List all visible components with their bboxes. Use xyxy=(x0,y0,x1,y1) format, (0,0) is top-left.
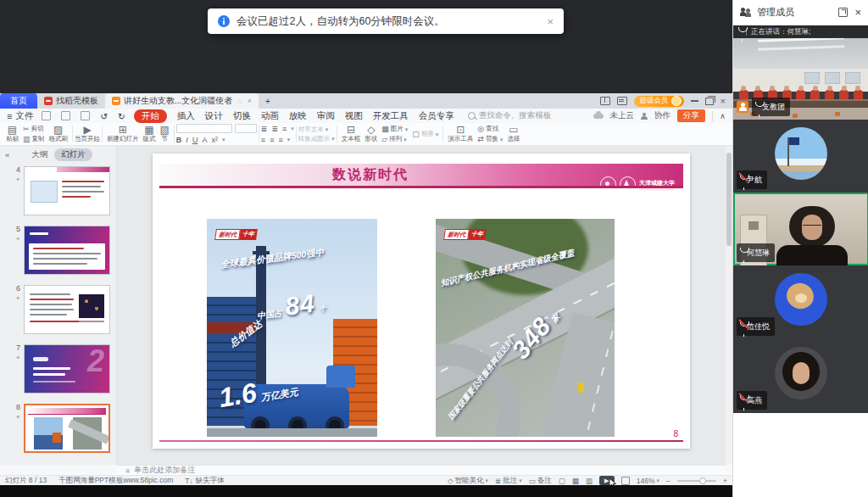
copy-button[interactable]: ▥复制 xyxy=(23,136,45,143)
replace-button[interactable]: ⇄替换▾ xyxy=(477,136,503,143)
menu-start[interactable]: 开始 xyxy=(134,109,167,123)
deco-digit: 2 xyxy=(87,344,104,379)
redo-icon[interactable]: ↻ xyxy=(118,111,125,121)
bullet-list-icon[interactable]: ≣ xyxy=(261,125,268,133)
save-icon[interactable] xyxy=(42,111,51,120)
notes-bar[interactable]: ≡ 单击此处添加备注 xyxy=(117,465,726,475)
menu-view[interactable]: 视图 xyxy=(345,110,363,122)
to-diagram-button[interactable]: 转换成图示▾ xyxy=(298,136,335,142)
zoom-out-button[interactable]: − xyxy=(666,477,670,485)
undo-icon[interactable]: ↺ xyxy=(100,111,108,121)
restore-icon[interactable] xyxy=(705,98,714,105)
menu-file[interactable]: ≡ 文件 xyxy=(7,110,33,122)
participant-tile[interactable]: 尹航 xyxy=(733,120,868,193)
canvas-scrollbar[interactable] xyxy=(726,146,732,465)
normal-view-icon[interactable]: ▢ xyxy=(559,477,565,485)
align-center-icon[interactable]: ≡ xyxy=(270,136,274,144)
collapse-ribbon-icon[interactable]: ∧ xyxy=(720,111,726,120)
find-button[interactable]: ◎查找 xyxy=(477,126,503,133)
participant-tile-speaking[interactable]: 何慧琳 xyxy=(733,193,868,265)
textbox-button[interactable]: ⊟ 文本框 xyxy=(342,125,361,142)
close-icon[interactable]: × xyxy=(721,97,726,106)
missing-font-warning[interactable]: T↓ 缺失字体 xyxy=(185,476,224,486)
read-view-icon[interactable]: ▥ xyxy=(586,477,593,485)
zoom-in-button[interactable]: + xyxy=(723,477,727,485)
zoom-slider[interactable] xyxy=(677,480,716,482)
fit-slide-icon[interactable] xyxy=(621,477,630,485)
output-icon[interactable] xyxy=(61,111,70,120)
indent-icon[interactable]: ≡ xyxy=(282,125,287,133)
arrange-button[interactable]: ▱排列▾ xyxy=(381,136,408,143)
slide-thumb-4[interactable]: 4✦ xyxy=(3,166,114,215)
comments-button[interactable]: ≣批注▾ xyxy=(495,476,522,486)
participant-tile[interactable]: 高燕 xyxy=(733,339,868,413)
zoom-level[interactable]: 146%▾ xyxy=(637,477,659,485)
tab-docer[interactable]: 找稻壳模板 xyxy=(37,93,105,109)
demo-tools-button[interactable]: ⊡ 演示工具 xyxy=(448,125,473,142)
cut-button[interactable]: ✂剪切 xyxy=(23,126,45,133)
menu-devtools[interactable]: 开发工具 xyxy=(373,110,409,122)
menu-design[interactable]: 设计 xyxy=(205,110,223,122)
slide-8[interactable]: 数说新时代 天津城建大学 xyxy=(153,154,690,449)
play-from-page-button[interactable]: ▶ 当页开始 xyxy=(75,125,100,142)
split-view-icon[interactable] xyxy=(600,97,610,105)
align-right-icon[interactable]: ≡ xyxy=(278,136,282,144)
layout-button[interactable]: ▦ 版式 xyxy=(143,125,156,142)
album-button[interactable]: ▢相册▾ xyxy=(412,131,438,138)
section-button[interactable]: ▧ 节 xyxy=(160,125,170,142)
underline-button[interactable]: U xyxy=(192,136,198,144)
new-slide-button[interactable]: ⊞ 新建幻灯片 xyxy=(107,125,139,142)
select-button[interactable]: ▭ 选择 xyxy=(507,125,520,142)
font-color-button[interactable]: A xyxy=(202,136,207,144)
align-text-button[interactable]: 对齐文本▾ xyxy=(298,126,335,133)
slideshow-play-button[interactable]: ▶ xyxy=(599,476,615,485)
align-left-icon[interactable]: ≡ xyxy=(261,136,265,144)
font-name-select[interactable] xyxy=(176,124,232,133)
menu-slideshow[interactable]: 放映 xyxy=(289,110,307,122)
slide-thumb-6[interactable]: 6✦ xyxy=(3,285,114,334)
panel-close-icon[interactable]: × xyxy=(854,7,861,18)
tab-outline[interactable]: 大纲 xyxy=(31,149,47,160)
smart-beautify-button[interactable]: ◇智能美化▾ xyxy=(448,476,488,486)
superscript-button[interactable]: x² xyxy=(211,136,218,144)
picture-button[interactable]: ▩图片▾ xyxy=(381,126,408,133)
participant-tile[interactable]: 范佳悦 xyxy=(733,265,868,339)
number-list-icon[interactable]: ≣ xyxy=(271,125,278,133)
tab-slides[interactable]: 幻灯片 xyxy=(54,148,92,161)
format-painter-button[interactable]: ▨ 格式刷 xyxy=(49,125,69,142)
grid-view-icon[interactable] xyxy=(617,97,627,105)
bold-button[interactable]: B xyxy=(176,136,182,144)
font-size-select[interactable] xyxy=(235,124,257,133)
shape-button[interactable]: ◇ 形状 xyxy=(364,125,377,142)
tab-home[interactable]: 首页 xyxy=(0,93,37,109)
tab-close-icon[interactable]: × xyxy=(248,97,252,105)
slide-thumb-5[interactable]: 5✦ xyxy=(3,226,114,275)
share-button[interactable]: 分享 xyxy=(677,109,705,122)
menu-animation[interactable]: 动画 xyxy=(261,110,279,122)
toast-close-icon[interactable]: × xyxy=(547,15,554,28)
paste-button[interactable]: ▤ 粘贴 xyxy=(6,125,19,142)
menu-transition[interactable]: 切换 xyxy=(233,110,251,122)
tab-document[interactable]: 讲好生动支教...文化润疆使者 ◌ × xyxy=(105,93,259,109)
sorter-view-icon[interactable]: ▦ xyxy=(572,477,579,485)
command-search[interactable]: 查找命令、搜索模板 xyxy=(468,110,552,121)
member-badge[interactable]: 超级会员 xyxy=(634,96,684,107)
participant-tile[interactable]: 正在讲话：何慧琳; 支教团 xyxy=(733,25,868,120)
italic-button[interactable]: I xyxy=(186,136,188,144)
meeting-toast: 会议已超过2人，自动转为60分钟限时会议。 × xyxy=(208,8,564,34)
print-icon[interactable] xyxy=(81,111,90,120)
popout-icon[interactable] xyxy=(838,8,848,17)
menu-review[interactable]: 审阅 xyxy=(317,110,335,122)
slide-thumb-8[interactable]: 8✦ xyxy=(3,404,114,453)
collapse-panel-icon[interactable]: « xyxy=(5,150,9,159)
menu-insert[interactable]: 插入 xyxy=(177,110,195,122)
slide-thumb-7[interactable]: 7✦ 2 xyxy=(3,344,114,394)
note-button[interactable]: ▭备注 xyxy=(529,476,552,486)
collab-button[interactable]: 协作 xyxy=(654,110,670,121)
cloud-status[interactable]: 未上云 xyxy=(610,110,635,121)
minimize-icon[interactable] xyxy=(691,100,698,102)
menu-member[interactable]: 会员专享 xyxy=(419,110,454,122)
layout-icon: ▦ xyxy=(144,125,153,135)
new-tab-button[interactable]: + xyxy=(259,93,277,109)
zoom-slider-knob[interactable] xyxy=(699,477,706,484)
